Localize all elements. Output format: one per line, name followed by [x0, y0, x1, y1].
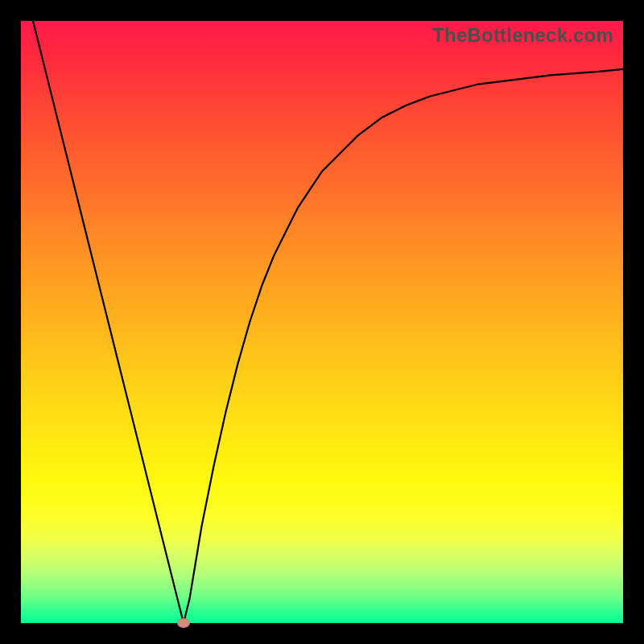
plot-area: TheBottleneck.com: [21, 21, 623, 623]
chart-frame: TheBottleneck.com: [0, 0, 644, 644]
minimum-marker: [177, 618, 190, 628]
bottleneck-curve: [21, 21, 623, 623]
curve-path: [33, 21, 623, 623]
